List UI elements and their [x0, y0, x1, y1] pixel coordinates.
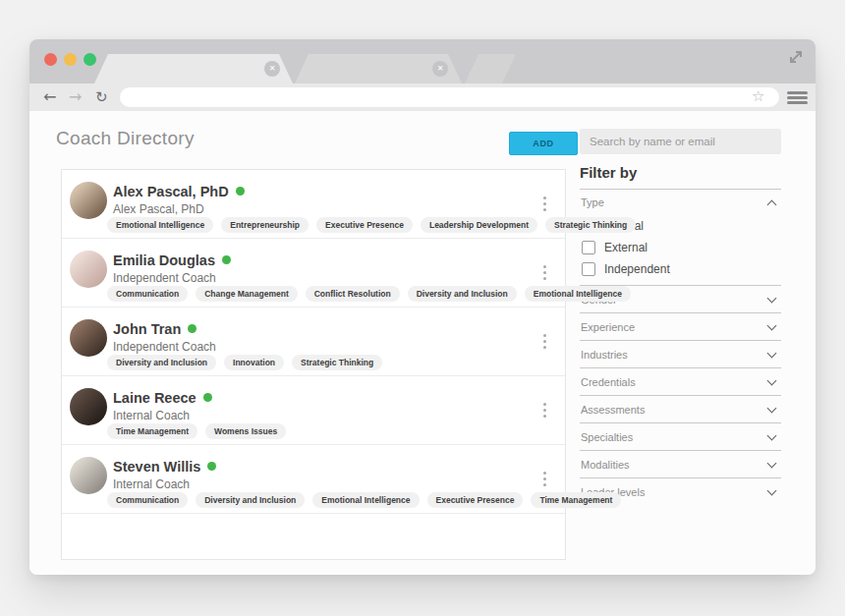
tag-chip: Communication — [107, 492, 188, 508]
coach-subtitle: Independent Coach — [113, 340, 216, 354]
filter-option-independent[interactable]: Independent — [580, 258, 781, 280]
tag-chip: Time Management — [107, 423, 197, 439]
tag-chip: Diversity and Inclusion — [107, 355, 216, 370]
tag-chip: Strategic Thinking — [545, 217, 636, 233]
search-input[interactable] — [580, 129, 781, 154]
status-dot — [222, 255, 231, 264]
status-dot — [207, 462, 216, 471]
tag-chip: Entrepreneurship — [221, 217, 309, 233]
filter-sections: GenderExperienceIndustriesCredentialsAss… — [580, 285, 781, 505]
avatar — [70, 251, 107, 288]
chevron-down-icon — [767, 375, 777, 385]
coach-subtitle: Independent Coach — [113, 271, 216, 285]
checkbox-label: External — [604, 241, 648, 254]
forward-icon[interactable]: → — [69, 84, 82, 111]
filter-section-specialties[interactable]: Specialties — [580, 423, 781, 451]
minimize-window-button[interactable] — [64, 53, 77, 66]
browser-tab-active[interactable]: ✕ — [94, 54, 293, 84]
kebab-menu-icon[interactable] — [537, 265, 551, 280]
coach-row[interactable]: Steven Willis Internal Coach Communicati… — [62, 445, 565, 514]
chevron-down-icon — [767, 348, 777, 358]
url-input[interactable] — [120, 87, 779, 107]
coach-row[interactable]: Emilia Douglas Independent Coach Communi… — [62, 239, 565, 308]
reload-icon[interactable]: ↻ — [95, 84, 108, 111]
filter-section-label: Credentials — [581, 376, 636, 388]
coach-row[interactable]: Laine Reece Internal Coach Time Manageme… — [62, 376, 565, 445]
checkbox-label: Independent — [604, 262, 670, 276]
coach-name: Laine Reece — [113, 390, 212, 406]
checkbox[interactable] — [582, 241, 595, 254]
filter-panel: Type InternalExternalIndependent GenderE… — [580, 189, 781, 505]
page-title: Coach Directory — [56, 128, 195, 149]
status-dot — [203, 393, 212, 402]
coach-row[interactable]: John Tran Independent Coach Diversity an… — [62, 308, 565, 376]
tag-list: Time ManagementWomens Issues — [107, 423, 286, 439]
chevron-up-icon — [767, 199, 777, 209]
chevron-down-icon — [767, 458, 777, 468]
browser-toolbar: ← → ↻ ☆ — [29, 84, 816, 111]
coach-name: John Tran — [113, 321, 197, 337]
coach-list: Alex Pascal, PhD Alex Pascal, PhD Emotio… — [61, 169, 566, 560]
filter-option-external[interactable]: External — [580, 237, 781, 258]
filter-section-industries[interactable]: Industries — [580, 341, 781, 368]
filter-section-credentials[interactable]: Credentials — [580, 368, 781, 396]
filter-section-label: Type — [581, 196, 604, 208]
avatar — [70, 457, 107, 494]
tag-chip: Communication — [107, 286, 188, 302]
chevron-down-icon — [767, 430, 777, 440]
bookmark-star-icon[interactable]: ☆ — [752, 84, 764, 111]
kebab-menu-icon[interactable] — [537, 403, 551, 418]
tab-close-icon[interactable]: ✕ — [264, 61, 280, 77]
filter-section-label: Industries — [581, 349, 628, 361]
avatar — [70, 388, 107, 425]
tag-chip: Diversity and Inclusion — [196, 492, 305, 508]
coach-row[interactable]: Alex Pascal, PhD Alex Pascal, PhD Emotio… — [62, 170, 565, 239]
coach-subtitle: Internal Coach — [113, 409, 190, 422]
tag-chip: Womens Issues — [205, 423, 286, 439]
browser-window: ✕ ✕ ← → ↻ ☆ Coach Directory ADD Filter b… — [29, 39, 816, 575]
expand-window-icon[interactable] — [787, 48, 805, 66]
tag-chip: Leadership Development — [421, 217, 537, 233]
coach-name: Alex Pascal, PhD — [113, 184, 245, 199]
filter-section-assessments[interactable]: Assessments — [580, 396, 781, 423]
tag-chip: Diversity and Inclusion — [408, 286, 517, 302]
add-coach-button[interactable]: ADD — [509, 132, 578, 155]
status-dot — [236, 187, 245, 196]
menu-icon[interactable] — [787, 91, 808, 104]
checkbox[interactable] — [582, 262, 595, 276]
tab-close-icon[interactable]: ✕ — [432, 61, 448, 77]
tag-chip: Innovation — [224, 355, 284, 370]
tag-chip: Emotional Intelligence — [107, 217, 213, 233]
tag-chip: Executive Presence — [316, 217, 413, 233]
tag-chip: Conflict Resolution — [306, 286, 400, 302]
filter-section-label: Specialties — [581, 431, 633, 443]
tag-list: Emotional IntelligenceEntrepreneurshipEx… — [107, 217, 636, 233]
avatar — [70, 182, 107, 219]
tag-chip: Emotional Intelligence — [525, 286, 631, 302]
tag-list: CommunicationChange ManagementConflict R… — [107, 286, 631, 302]
kebab-menu-icon[interactable] — [537, 196, 551, 211]
browser-chrome: ✕ ✕ — [29, 39, 816, 84]
page-content: Coach Directory ADD Filter by Type Inter… — [29, 111, 816, 575]
close-window-button[interactable] — [44, 53, 57, 66]
tag-chip: Time Management — [531, 492, 621, 508]
filter-section-label: Assessments — [581, 404, 645, 416]
chevron-down-icon — [767, 485, 777, 495]
kebab-menu-icon[interactable] — [537, 472, 551, 486]
new-tab-button[interactable] — [465, 54, 516, 84]
filter-section-experience[interactable]: Experience — [580, 313, 781, 341]
avatar — [70, 319, 107, 357]
browser-tab-inactive[interactable]: ✕ — [295, 54, 462, 84]
status-dot — [188, 324, 197, 333]
back-icon[interactable]: ← — [43, 84, 56, 111]
tag-chip: Emotional Intelligence — [312, 492, 419, 508]
tag-list: CommunicationDiversity and InclusionEmot… — [107, 492, 621, 508]
chevron-down-icon — [767, 403, 777, 413]
chevron-down-icon — [767, 293, 777, 303]
kebab-menu-icon[interactable] — [537, 334, 551, 349]
filter-section-modalities[interactable]: Modalities — [580, 451, 781, 478]
maximize-window-button[interactable] — [84, 53, 96, 66]
filter-section-type[interactable]: Type — [580, 190, 781, 213]
tag-chip: Executive Presence — [427, 492, 524, 508]
filter-by-heading: Filter by — [580, 164, 637, 181]
